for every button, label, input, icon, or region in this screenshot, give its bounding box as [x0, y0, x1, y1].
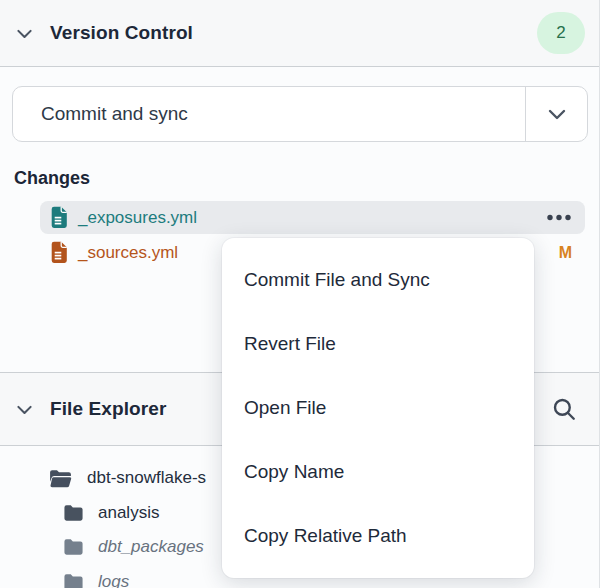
changes-section-label: Changes — [14, 168, 90, 189]
tree-item-logs[interactable]: logs — [63, 565, 129, 588]
tree-item-label: analysis — [98, 503, 159, 523]
file-explorer-title: File Explorer — [50, 398, 166, 420]
changed-file-name: _sources.yml — [78, 243, 178, 263]
tree-item-project-root[interactable]: dbt-snowflake-s — [48, 461, 206, 495]
menu-item-copy-relative-path[interactable]: Copy Relative Path — [222, 504, 534, 568]
tree-item-label: dbt_packages — [98, 537, 204, 557]
modified-status-badge: M — [559, 244, 572, 262]
changed-file-row-exposures[interactable]: _exposures.yml — [40, 201, 585, 234]
tree-item-label: dbt-snowflake-s — [87, 468, 206, 488]
chevron-down-icon[interactable] — [14, 399, 35, 420]
chevron-down-icon — [545, 102, 569, 126]
changes-count-badge: 2 — [537, 12, 585, 54]
folder-icon — [63, 538, 84, 556]
commit-action-caret-button[interactable] — [525, 87, 587, 141]
yml-file-icon — [50, 206, 69, 229]
file-context-menu: Commit File and Sync Revert File Open Fi… — [222, 238, 534, 578]
chevron-down-icon[interactable] — [14, 23, 35, 44]
version-control-panel: Version Control 2 Commit and sync Change… — [0, 0, 600, 588]
changed-file-name: _exposures.yml — [78, 208, 197, 228]
yml-file-icon — [50, 241, 69, 264]
menu-item-revert-file[interactable]: Revert File — [222, 312, 534, 376]
menu-item-open-file[interactable]: Open File — [222, 376, 534, 440]
tree-item-analysis[interactable]: analysis — [63, 496, 159, 530]
folder-icon — [63, 504, 84, 522]
tree-item-dbt-packages[interactable]: dbt_packages — [63, 530, 204, 564]
menu-item-commit-file-and-sync[interactable]: Commit File and Sync — [222, 248, 534, 312]
file-actions-menu-button[interactable] — [546, 213, 572, 222]
folder-icon — [63, 573, 84, 588]
commit-action-label[interactable]: Commit and sync — [13, 87, 525, 141]
folder-open-icon — [48, 468, 73, 489]
version-control-header[interactable]: Version Control 2 — [0, 0, 599, 67]
tree-item-label: logs — [98, 572, 129, 588]
commit-action-dropdown[interactable]: Commit and sync — [12, 86, 588, 142]
version-control-title: Version Control — [50, 22, 193, 44]
search-icon[interactable] — [551, 396, 577, 422]
menu-item-copy-name[interactable]: Copy Name — [222, 440, 534, 504]
